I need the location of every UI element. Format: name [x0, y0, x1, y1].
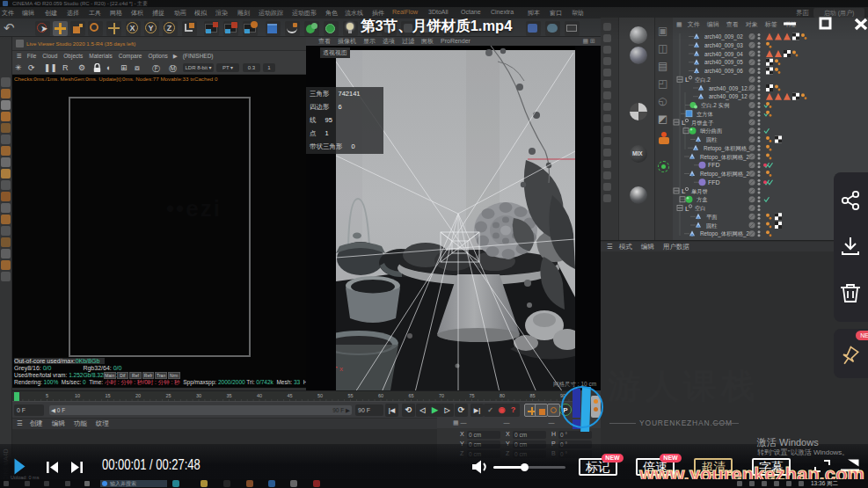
svg-text:40: 40	[257, 393, 262, 398]
svg-text:空白.2: 空白.2	[695, 76, 711, 84]
svg-text:空白: 空白	[695, 205, 706, 212]
svg-text:65: 65	[408, 393, 413, 398]
svg-text:细分曲面: 细分曲面	[700, 127, 722, 135]
svg-text:圆柱: 圆柱	[706, 136, 718, 143]
svg-text:arch40_009_04: arch40_009_04	[704, 51, 743, 58]
svg-text:20: 20	[135, 393, 141, 398]
svg-text:Retopo_体积网格_1: Retopo_体积网格_1	[704, 145, 753, 152]
svg-text:45: 45	[287, 393, 292, 398]
svg-text:x: x	[339, 365, 343, 373]
svg-text:5: 5	[46, 393, 48, 398]
svg-text:arch40_009_12: arch40_009_12	[709, 93, 748, 100]
svg-text:空白.2 实例: 空白.2 实例	[701, 102, 729, 109]
svg-text:立方体: 立方体	[697, 111, 714, 118]
svg-text:50: 50	[317, 393, 323, 398]
svg-text:25: 25	[165, 393, 171, 398]
svg-text:arch40_009_05: arch40_009_05	[704, 59, 743, 66]
svg-text:60: 60	[378, 393, 383, 398]
svg-text:80: 80	[500, 393, 505, 398]
svg-text:方盒: 方盒	[697, 196, 708, 203]
svg-text:FFD: FFD	[708, 179, 720, 186]
svg-text:Retopo_体积网格_2.1: Retopo_体积网格_2.1	[700, 154, 755, 161]
svg-text:35: 35	[226, 393, 231, 398]
svg-text:arch40_009_12.1: arch40_009_12.1	[709, 85, 753, 92]
svg-text:圆柱: 圆柱	[706, 222, 718, 229]
svg-text:arch40_009_02: arch40_009_02	[704, 33, 743, 40]
svg-text:arch40_009_06: arch40_009_06	[704, 68, 743, 75]
svg-text:单月饼: 单月饼	[691, 188, 709, 195]
svg-text:30: 30	[196, 393, 201, 398]
svg-text:70: 70	[439, 393, 444, 398]
svg-text:75: 75	[469, 393, 474, 398]
svg-text:Retopo_体积网格_2: Retopo_体积网格_2	[700, 171, 749, 178]
svg-text:15: 15	[105, 393, 110, 398]
svg-text:月饼盒子: 月饼盒子	[691, 120, 714, 127]
svg-text:Retopo_体积网格_2: Retopo_体积网格_2	[700, 230, 749, 237]
svg-text:85: 85	[529, 393, 535, 398]
svg-text:10: 10	[75, 393, 80, 398]
svg-text:arch40_009_03: arch40_009_03	[704, 42, 743, 49]
svg-text:平面: 平面	[706, 214, 718, 221]
svg-text:FFD: FFD	[708, 162, 720, 168]
svg-text:55: 55	[347, 393, 353, 398]
